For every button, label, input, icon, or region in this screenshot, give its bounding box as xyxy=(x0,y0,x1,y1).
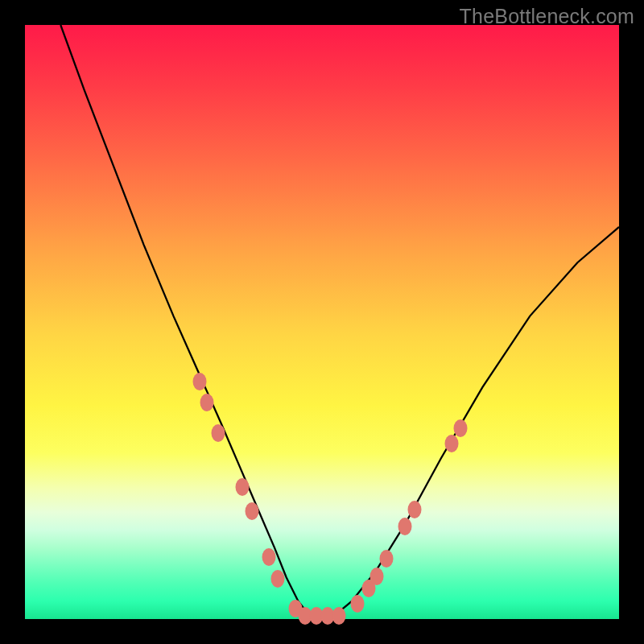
data-marker xyxy=(192,373,206,390)
plot-area xyxy=(25,25,619,619)
data-marker xyxy=(262,548,276,566)
data-marker xyxy=(380,550,394,568)
data-marker xyxy=(236,478,250,496)
data-marker xyxy=(271,570,285,588)
data-marker xyxy=(453,419,467,437)
data-marker xyxy=(398,518,412,535)
bottleneck-curve xyxy=(60,25,619,616)
curve-svg xyxy=(25,25,619,619)
data-marker xyxy=(351,595,365,613)
watermark-text: TheBottleneck.com xyxy=(460,5,634,28)
data-marker xyxy=(444,435,458,452)
data-marker xyxy=(408,501,422,518)
data-marker xyxy=(369,568,383,585)
data-marker xyxy=(245,502,258,520)
data-marker xyxy=(332,607,346,625)
chart-container: TheBottleneck.com xyxy=(0,0,644,644)
data-marker xyxy=(211,424,225,442)
data-marker xyxy=(200,394,213,411)
